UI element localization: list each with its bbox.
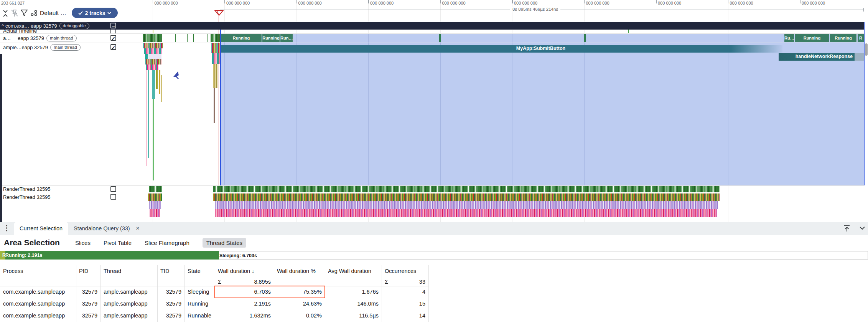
track-checkbox[interactable] <box>110 194 116 200</box>
thread-state-dense-slices[interactable] <box>143 34 162 42</box>
group-checkbox[interactable]: – <box>110 23 116 28</box>
thread-state-running-slice[interactable]: Running <box>795 34 829 42</box>
workspace-name[interactable]: Default … <box>40 10 66 17</box>
column-header-thread[interactable]: Thread <box>104 268 154 274</box>
track-actual-timeline[interactable]: Actual Timeline <box>0 30 864 33</box>
flame-slice[interactable] <box>148 54 161 59</box>
column-header-avg-wall-duration[interactable]: Avg Wall duration <box>328 268 379 274</box>
table-row[interactable]: com.example.sampleapp32579ample.sampleap… <box>0 298 428 310</box>
thread-state-running-slice[interactable]: Running <box>221 34 262 42</box>
workspace-icon[interactable] <box>31 10 38 16</box>
close-icon[interactable]: × <box>133 225 142 232</box>
thread-state-running-slice[interactable]: Run… <box>280 34 293 42</box>
thread-state-slice[interactable] <box>175 34 176 42</box>
column-header-occurrences[interactable]: Occurrences <box>385 268 425 274</box>
thread-states-table: ProcessPIDThreadTIDStateWall duration ↓W… <box>0 265 868 322</box>
thread-state-slice[interactable] <box>439 34 441 42</box>
summary-segment-0[interactable]: R <box>0 251 5 260</box>
track-checkbox[interactable] <box>110 186 116 192</box>
renderthread-slices-depth0[interactable] <box>213 193 720 201</box>
thread-state-running-slice[interactable]: Running <box>262 34 280 42</box>
view-tab-slices[interactable]: Slices <box>75 240 91 246</box>
selection-duration-label: 8s 895ms 466µs 214ns <box>510 7 560 12</box>
selection-right-edge[interactable] <box>864 22 865 185</box>
group-caret-icon[interactable]: ^ <box>2 23 4 29</box>
ruler-tick-label: 000 000 000 <box>155 1 178 5</box>
track-renderthread-1-shell[interactable]: RenderThread 32595 <box>0 185 118 193</box>
view-tab-pivot-table[interactable]: Pivot Table <box>104 240 132 246</box>
tab-current-selection[interactable]: Current Selection <box>14 222 68 235</box>
summary-segment-1[interactable]: Running: 2.191s <box>3 251 219 260</box>
renderthread-slices-depth1[interactable] <box>149 201 161 209</box>
track-checkbox-checked[interactable]: ✓ <box>110 44 116 50</box>
pin-off-icon[interactable] <box>11 9 18 17</box>
renderthread-slices-depth1[interactable] <box>215 201 718 209</box>
flame-slice[interactable] <box>153 99 154 180</box>
vertical-scrollbar-thumb[interactable] <box>865 43 868 56</box>
column-header-tid[interactable]: TID <box>160 268 181 274</box>
flame-slice[interactable] <box>146 70 147 166</box>
thread-state-slice[interactable] <box>208 34 208 42</box>
thread-state-running-slice[interactable]: Running <box>830 34 857 42</box>
flame-slice[interactable] <box>156 70 158 89</box>
slice[interactable] <box>153 30 153 33</box>
tracks-count-button[interactable]: 2 tracks <box>72 8 118 18</box>
column-header-wall-duration[interactable]: Wall duration ↓ <box>218 268 271 274</box>
flame-slice[interactable] <box>145 59 161 64</box>
slice[interactable] <box>628 30 629 33</box>
flame-slice[interactable] <box>144 48 161 54</box>
renderthread-slices-depth2[interactable] <box>215 209 717 217</box>
flame-slice[interactable] <box>213 64 217 88</box>
filter-icon[interactable] <box>21 10 28 17</box>
state-summary-bar[interactable]: RRunning: 2.191sSleeping: 6.703s <box>0 251 868 260</box>
flame-slice[interactable] <box>159 70 160 94</box>
thread-state-slice[interactable] <box>193 34 194 42</box>
tab-standalone-query[interactable]: Standalone Query (33) × <box>68 222 143 235</box>
process-group-header[interactable]: ^com.exa… eapp 32579debuggable– <box>0 22 864 30</box>
thread-state-running-slice[interactable]: R <box>858 34 864 42</box>
track-label-name: eapp 32579 <box>18 35 44 41</box>
panel-chevron-down-icon[interactable] <box>859 226 865 230</box>
flame-slice[interactable] <box>146 64 158 70</box>
ruler-tick <box>224 0 225 3</box>
flag-marker-icon[interactable] <box>214 10 224 16</box>
track-thread-a-shell[interactable]: a…eapp 32579main thread <box>0 33 118 43</box>
flame-slice[interactable] <box>161 75 162 102</box>
timeline-area[interactable]: 000 000 000000 000 000000 000 000000 000… <box>0 0 868 222</box>
view-tab-thread-states[interactable]: Thread States <box>203 238 246 248</box>
column-header-pid[interactable]: PID <box>79 268 97 274</box>
collapse-icon[interactable] <box>2 10 8 17</box>
summary-segment-2[interactable]: Sleeping: 6.703s <box>217 251 868 260</box>
flame-slice[interactable] <box>145 54 148 59</box>
track-checkbox[interactable] <box>110 30 116 33</box>
track-thread-ample-shell[interactable]: ample…eapp 32579main thread <box>0 43 118 52</box>
table-row[interactable]: com.example.sampleapp32579ample.sampleap… <box>0 310 428 322</box>
thread-state-slice[interactable] <box>187 34 188 42</box>
renderthread-slices-depth2[interactable] <box>150 209 160 217</box>
column-header-wall-duration--[interactable]: Wall duration % <box>277 268 322 274</box>
column-header-process[interactable]: Process <box>3 268 73 274</box>
track-checkbox-checked[interactable]: ✓ <box>110 35 116 41</box>
kebab-menu-icon[interactable]: ⋮ <box>3 223 10 232</box>
flame-slice[interactable] <box>148 70 149 158</box>
renderthread-state-slices[interactable] <box>149 186 162 192</box>
view-tab-slice-flamegraph[interactable]: Slice Flamegraph <box>145 240 189 246</box>
flame-slice[interactable] <box>143 43 163 48</box>
renderthread-slices-depth0[interactable] <box>148 193 162 201</box>
track-renderthread-2-shell[interactable]: RenderThread 32595 <box>0 193 118 201</box>
flame-slice[interactable] <box>214 88 215 123</box>
thread-state-running-slice[interactable]: Ru… <box>784 34 794 42</box>
panel-expand-icon[interactable] <box>843 225 851 232</box>
column-separator <box>76 265 76 322</box>
table-cell: 32579 <box>160 301 181 307</box>
track-divider <box>0 185 864 186</box>
flame-slice[interactable] <box>152 70 155 99</box>
thread-state-slice[interactable] <box>584 34 586 42</box>
track-label: RenderThread 32595 <box>3 186 51 192</box>
selection-left-edge[interactable] <box>220 22 221 185</box>
column-header-state[interactable]: State <box>188 268 212 274</box>
track-divider <box>0 43 864 43</box>
area-selection-overlay[interactable] <box>221 33 864 185</box>
renderthread-state-slices[interactable] <box>213 186 720 192</box>
flame-slice[interactable] <box>211 43 221 53</box>
